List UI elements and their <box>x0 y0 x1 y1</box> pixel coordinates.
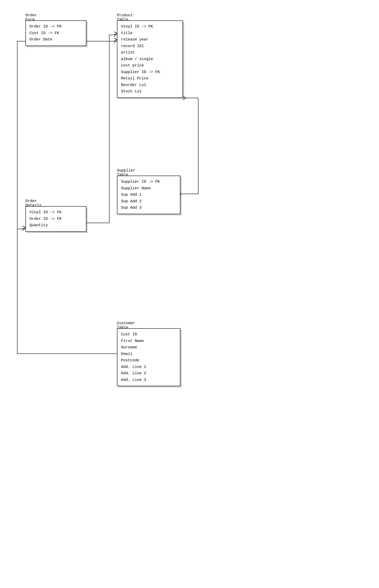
order-form-field-0: Order ID -> PK <box>29 23 82 30</box>
product-field-1: title <box>121 30 179 37</box>
diagram-container: Order Form Order ID -> PK Cust ID -> FK … <box>0 0 379 588</box>
supplier-field-0: Supplier ID -> PK <box>121 179 176 185</box>
order-form-box: Order ID -> PK Cust ID -> FK Order Date <box>25 20 86 46</box>
customer-table-box: Cust ID First Name Surname Email Postcod… <box>117 328 180 386</box>
crowfoot-product-sup-2 <box>183 98 186 100</box>
supplier-field-4: Sup Add 3 <box>121 205 176 211</box>
product-field-2: release year <box>121 36 179 43</box>
order-form-field-1: Cust ID -> FK <box>29 30 82 37</box>
supplier-field-1: Supplier Name <box>121 185 176 192</box>
order-details-field-1: Order ID -> FK <box>29 216 82 222</box>
crowfoot-product-od-3 <box>114 33 117 37</box>
customer-field-1: First Name <box>121 338 176 345</box>
crowfoot-top <box>114 38 117 39</box>
product-field-10: Stock Lvl <box>121 88 179 95</box>
product-field-3: record lbl <box>121 43 179 50</box>
supplier-field-3: Sup Add 2 <box>121 198 176 205</box>
order-form-field-2: Order Date <box>29 36 82 43</box>
crowfoot-bot <box>114 39 117 43</box>
crowfoot-od-1 <box>22 226 25 227</box>
product-field-0: Vinyl ID -> PK <box>121 23 179 30</box>
customer-field-6: Add. Line 2 <box>121 370 176 377</box>
customer-field-4: Postcode <box>121 357 176 364</box>
crowfoot-od-3 <box>22 227 25 231</box>
customer-field-2: Surname <box>121 344 176 351</box>
product-table-box: Vinyl ID -> PK title release year record… <box>117 20 183 98</box>
product-field-7: Supplier ID -> FK <box>121 69 179 76</box>
order-details-box: Vinyl ID -> FK Order ID -> FK Quantity <box>25 206 86 232</box>
connectors-svg <box>0 0 379 588</box>
customer-field-7: Add. Line 3 <box>121 377 176 383</box>
crowfoot-product-sup-1 <box>183 96 186 98</box>
crowfoot-product-od-2 <box>114 33 117 35</box>
product-field-9: Reorder Lvl <box>121 82 179 89</box>
product-field-8: Retail Price <box>121 75 179 82</box>
crowfoot-od-2 <box>22 227 25 229</box>
product-field-4: artist <box>121 49 179 56</box>
order-details-field-0: Vinyl ID -> FK <box>29 209 82 216</box>
supplier-field-2: Sup Add 1 <box>121 192 176 198</box>
order-details-field-2: Quantity <box>29 222 82 229</box>
supplier-table-box: Supplier ID -> PK Supplier Name Sup Add … <box>117 176 180 214</box>
customer-field-3: Email <box>121 351 176 357</box>
product-field-5: album / single <box>121 56 179 63</box>
customer-field-0: Cust ID <box>121 331 176 338</box>
product-field-6: cost price <box>121 62 179 69</box>
crowfoot-mid <box>114 39 117 41</box>
customer-field-5: Add. Line 1 <box>121 364 176 370</box>
crowfoot-product-od-1 <box>114 32 117 33</box>
